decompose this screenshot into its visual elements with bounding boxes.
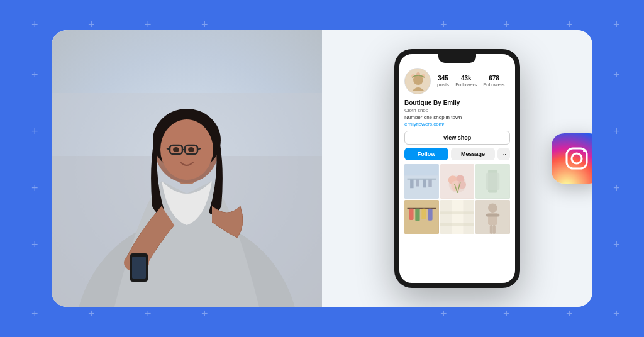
svg-rect-43 — [409, 208, 413, 219]
svg-rect-45 — [421, 208, 426, 219]
svg-rect-17 — [132, 257, 146, 279]
svg-point-59 — [572, 153, 582, 163]
instagram-icon-svg — [562, 143, 592, 174]
plus-icon: + — [613, 19, 620, 30]
plus-icon: + — [566, 308, 573, 319]
plus-icon: + — [503, 308, 510, 319]
plus-icon: + — [566, 19, 573, 30]
svg-rect-50 — [440, 211, 475, 214]
svg-rect-25 — [408, 179, 436, 180]
background: + + + + + + + + + + + + + + + + + + + + … — [0, 0, 644, 337]
plus-icon: + — [440, 308, 447, 319]
woman-illustration — [52, 30, 322, 307]
svg-rect-27 — [416, 180, 419, 187]
profile-link[interactable]: emilyflowers.com/ — [404, 121, 510, 127]
instagram-icon-inner — [552, 133, 592, 184]
following-label: Followers — [483, 82, 504, 87]
posts-count: 345 — [438, 75, 448, 82]
main-card: 345 posts 43k Followers 678 Followers — [52, 30, 592, 307]
phone-content: 345 posts 43k Followers 678 Followers — [399, 54, 515, 283]
plus-icon: + — [503, 19, 510, 30]
plus-icon: + — [613, 239, 620, 250]
profile-header-row: 345 posts 43k Followers 678 Followers — [404, 65, 510, 94]
plus-icon: + — [613, 126, 620, 137]
svg-point-53 — [488, 203, 497, 213]
svg-rect-40 — [486, 173, 500, 190]
grid-photo-6[interactable] — [475, 200, 510, 235]
plus-icon: + — [613, 69, 620, 80]
profile-bio: Number one shop in town — [404, 114, 510, 120]
grid-photo-4[interactable] — [404, 200, 439, 235]
message-button[interactable]: Message — [451, 148, 495, 160]
following-count: 678 — [489, 75, 499, 82]
phone-area: 345 posts 43k Followers 678 Followers — [322, 30, 592, 307]
plus-icon: + — [31, 69, 38, 80]
avatar — [404, 68, 431, 94]
grid-photo-5[interactable] — [440, 200, 475, 235]
plus-icon: + — [201, 19, 208, 30]
phone-notch — [438, 54, 476, 63]
svg-point-14 — [188, 147, 194, 152]
followers-count: 43k — [461, 75, 472, 82]
plus-icon: + — [440, 19, 447, 30]
phone-mockup: 345 posts 43k Followers 678 Followers — [394, 49, 520, 288]
svg-rect-51 — [440, 223, 475, 226]
svg-rect-46 — [428, 208, 432, 220]
plus-icon: + — [88, 19, 95, 30]
instagram-gradient-bg — [552, 133, 592, 184]
svg-rect-29 — [428, 180, 431, 187]
followers-label: Followers — [455, 82, 477, 87]
follow-button[interactable]: Follow — [404, 148, 448, 160]
svg-rect-26 — [410, 180, 413, 189]
plus-icon: + — [31, 126, 38, 137]
grid-photo-2[interactable] — [440, 164, 475, 199]
woman-photo-area — [52, 30, 322, 307]
followers-stat: 43k Followers — [455, 75, 477, 87]
svg-point-13 — [173, 147, 179, 152]
posts-stat: 345 posts — [437, 75, 449, 87]
profile-name: Boutique By Emily — [404, 99, 510, 106]
posts-label: posts — [437, 82, 449, 87]
stats-row: 345 posts 43k Followers 678 Followers — [437, 75, 510, 87]
plus-icon: + — [31, 239, 38, 250]
plus-icon: + — [31, 19, 38, 30]
plus-icon: + — [613, 308, 620, 319]
plus-icon: + — [145, 308, 152, 319]
svg-rect-44 — [415, 208, 419, 221]
following-stat: 678 Followers — [483, 75, 504, 87]
plus-icon: + — [88, 308, 95, 319]
action-buttons-row: Follow Message ··· — [404, 148, 510, 160]
svg-rect-49 — [452, 200, 463, 235]
more-button[interactable]: ··· — [497, 148, 510, 160]
svg-point-60 — [583, 150, 586, 152]
avatar-image — [405, 69, 430, 94]
plus-icon: + — [613, 182, 620, 194]
grid-photo-3[interactable] — [475, 164, 510, 199]
svg-rect-55 — [486, 214, 500, 217]
plus-icon: + — [31, 308, 38, 319]
photo-grid — [404, 164, 510, 234]
grid-photo-1[interactable] — [404, 164, 439, 199]
profile-category: Cloth shop — [404, 108, 510, 113]
instagram-logo — [552, 133, 592, 184]
svg-rect-28 — [423, 180, 426, 188]
plus-icon: + — [201, 308, 208, 319]
plus-icon: + — [145, 19, 152, 30]
plus-icon: + — [31, 182, 38, 194]
svg-rect-56 — [490, 225, 493, 234]
svg-rect-57 — [493, 225, 496, 234]
view-shop-button[interactable]: View shop — [404, 131, 510, 145]
